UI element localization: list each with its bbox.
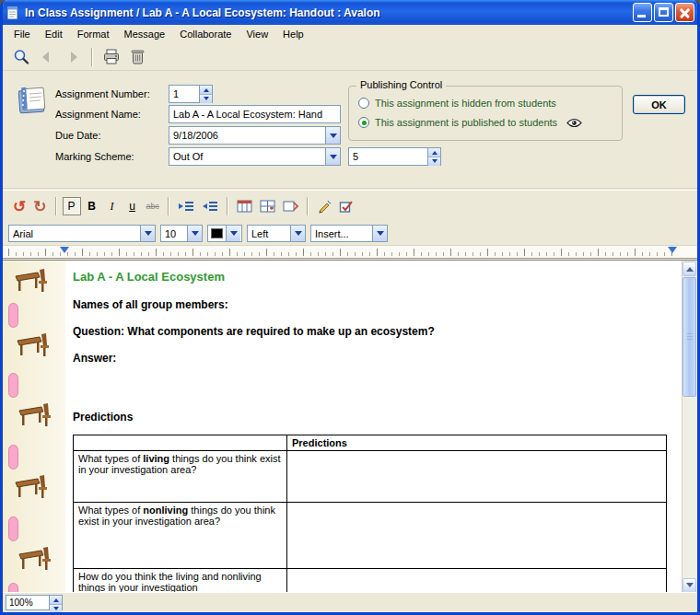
dropdown-arrow-icon[interactable] xyxy=(290,226,305,241)
menu-edit[interactable]: Edit xyxy=(38,27,70,41)
zoom-control[interactable]: 100% xyxy=(6,595,63,610)
radio-hidden-label: This assignment is hidden from students xyxy=(375,98,556,109)
spin-down-icon[interactable] xyxy=(200,94,212,103)
text-color-select[interactable] xyxy=(207,225,242,242)
strikethrough-button[interactable]: abc xyxy=(144,197,163,215)
italic-button[interactable]: I xyxy=(103,197,122,215)
menu-file[interactable]: File xyxy=(6,27,38,41)
cell-text: How do you think the living and nonlivin… xyxy=(78,571,262,593)
menu-message[interactable]: Message xyxy=(117,27,173,41)
spin-up-icon[interactable] xyxy=(200,86,212,94)
redo-icon[interactable]: ↻ xyxy=(30,197,49,215)
menu-format[interactable]: Format xyxy=(70,27,117,41)
insert-image-icon[interactable] xyxy=(234,197,255,215)
answer-cell[interactable] xyxy=(287,569,667,595)
dropdown-arrow-icon[interactable] xyxy=(325,127,340,144)
margin-marker-left[interactable] xyxy=(60,247,69,258)
approve-checkbox-icon[interactable] xyxy=(336,197,356,215)
document-editor-surface[interactable]: Lab A - A Local Ecosystem Names of all g… xyxy=(65,261,682,594)
assignment-form: Assignment Number: 1 Assignment Name: Du… xyxy=(3,72,697,189)
outdent-icon[interactable] xyxy=(199,197,221,215)
margin-marker-right[interactable] xyxy=(668,247,677,258)
spin-down-icon[interactable] xyxy=(428,157,440,166)
cell-text: What types of xyxy=(78,505,143,516)
radio-selected-icon[interactable] xyxy=(358,117,369,128)
scroll-down-icon[interactable] xyxy=(682,578,696,593)
spin-down-icon[interactable] xyxy=(50,604,62,613)
title-bar: In Class Assignment / Lab A - A Local Ec… xyxy=(0,0,700,25)
decorative-margin xyxy=(3,261,65,594)
table-header-row: Predictions xyxy=(74,435,667,451)
insert-table-icon[interactable] xyxy=(257,197,278,215)
editor-toolbar: ↺ ↻ P B I u abc xyxy=(3,190,697,222)
font-size-select[interactable]: 10 xyxy=(160,225,203,242)
assignment-number-stepper[interactable]: 1 xyxy=(169,85,213,103)
due-date-select[interactable]: 9/18/2006 xyxy=(169,126,341,145)
question-cell: What types of living things do you think… xyxy=(74,451,287,503)
document-heading: Lab A - A Local Ecosystem xyxy=(73,270,682,284)
bold-button[interactable]: B xyxy=(83,197,101,215)
close-button[interactable] xyxy=(675,3,694,22)
menu-collaborate[interactable]: Collaborate xyxy=(172,27,239,41)
assignment-number-spin[interactable] xyxy=(199,86,212,102)
insert-select[interactable]: Insert... xyxy=(310,225,388,242)
dropdown-arrow-icon[interactable] xyxy=(187,226,202,241)
menu-bar: File Edit Format Message Collaborate Vie… xyxy=(3,25,697,43)
publishing-control-group: Publishing Control This assignment is hi… xyxy=(348,86,623,141)
marking-points-stepper[interactable]: 5 xyxy=(348,147,441,166)
radio-hidden-option[interactable]: This assignment is hidden from students xyxy=(358,98,556,109)
app-window: In Class Assignment / Lab A - A Local Ec… xyxy=(0,0,700,615)
radio-published-option[interactable]: This assignment is published to students xyxy=(358,117,582,128)
print-icon[interactable] xyxy=(100,47,122,67)
marking-points-spin[interactable] xyxy=(427,148,440,165)
scroll-up-icon[interactable] xyxy=(682,261,696,276)
document-area: Lab A - A Local Ecosystem Names of all g… xyxy=(3,260,697,594)
delete-icon[interactable] xyxy=(126,47,148,67)
dropdown-arrow-icon[interactable] xyxy=(140,226,155,241)
assignment-name-field[interactable] xyxy=(169,105,341,123)
align-select[interactable]: Left xyxy=(247,225,306,242)
zoom-icon[interactable] xyxy=(10,47,32,67)
dropdown-arrow-icon[interactable] xyxy=(372,226,387,241)
minimize-button[interactable] xyxy=(633,3,652,22)
menu-help[interactable]: Help xyxy=(275,27,311,41)
spin-up-icon[interactable] xyxy=(428,148,440,157)
desk-icon xyxy=(18,546,52,572)
indent-icon[interactable] xyxy=(175,197,197,215)
marking-scheme-select[interactable]: Out Of xyxy=(169,147,341,166)
status-bar: 100% xyxy=(3,592,697,612)
question-line: Question: What components are required t… xyxy=(73,325,682,338)
vertical-scrollbar[interactable] xyxy=(682,261,697,594)
insert-link-icon[interactable] xyxy=(280,197,301,215)
header-cell-empty xyxy=(74,435,287,451)
menu-view[interactable]: View xyxy=(239,27,275,41)
dropdown-arrow-icon[interactable] xyxy=(226,226,240,241)
desk-icon xyxy=(14,268,49,294)
underline-button[interactable]: u xyxy=(123,197,142,215)
toolbar-separator xyxy=(168,197,169,215)
publishing-control-title: Publishing Control xyxy=(356,79,446,90)
cell-text: What types of xyxy=(78,453,143,464)
answer-cell[interactable] xyxy=(287,503,667,569)
zoom-spin[interactable] xyxy=(49,596,62,609)
spin-up-icon[interactable] xyxy=(50,596,62,604)
radio-unselected-icon[interactable] xyxy=(358,98,369,109)
ruler xyxy=(3,245,697,259)
font-size-value: 10 xyxy=(161,228,187,239)
desk-icon xyxy=(18,402,52,428)
paragraph-style-button[interactable]: P xyxy=(63,197,81,215)
signature-pen-icon[interactable] xyxy=(314,197,334,215)
dropdown-arrow-icon[interactable] xyxy=(325,148,340,165)
font-select[interactable]: Arial xyxy=(8,225,156,242)
scrollbar-thumb[interactable] xyxy=(682,277,696,397)
undo-icon[interactable]: ↺ xyxy=(10,197,29,215)
history-back-icon[interactable] xyxy=(36,47,58,67)
maximize-button[interactable] xyxy=(654,3,673,22)
toolbar-separator xyxy=(227,197,228,215)
table-row: What types of living things do you think… xyxy=(74,451,667,503)
answer-cell[interactable] xyxy=(287,451,667,503)
eraser-icon xyxy=(8,516,18,541)
ok-button[interactable]: OK xyxy=(633,95,685,114)
history-forward-icon[interactable] xyxy=(62,47,84,67)
eye-icon[interactable] xyxy=(566,118,582,128)
